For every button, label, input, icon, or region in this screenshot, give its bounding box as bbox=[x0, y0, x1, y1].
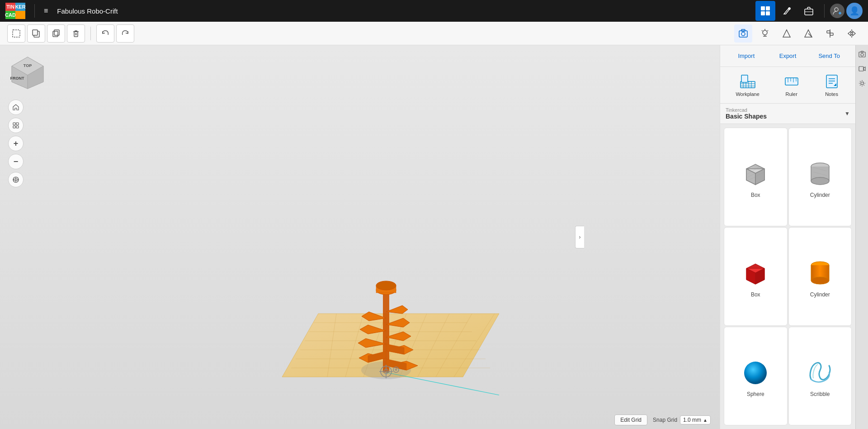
workplane-label: Workplane bbox=[736, 91, 759, 97]
shape-tool-2[interactable] bbox=[799, 24, 817, 43]
ruler-icon bbox=[783, 73, 800, 90]
svg-point-20 bbox=[741, 32, 745, 36]
snap-value-select[interactable]: 1.0 mm ▲ bbox=[680, 415, 711, 424]
far-right-panel bbox=[855, 45, 868, 429]
screenshot-button[interactable] bbox=[857, 49, 868, 60]
settings-button[interactable] bbox=[857, 78, 868, 89]
svg-rect-0 bbox=[761, 6, 765, 10]
ruler-label: Ruler bbox=[786, 91, 797, 97]
logo[interactable]: TIN KER CAD bbox=[5, 3, 25, 19]
scribble-icon bbox=[804, 357, 836, 388]
right-tools: Workplane Ruler bbox=[720, 67, 855, 104]
panel-collapse-button[interactable]: › bbox=[575, 226, 584, 248]
svg-rect-16 bbox=[74, 32, 78, 37]
shape-tool-1[interactable] bbox=[778, 24, 796, 43]
grid-nav-icon[interactable] bbox=[755, 1, 775, 21]
sphere-label: Sphere bbox=[747, 391, 764, 397]
cylinder-wireframe-card[interactable]: Cylinder bbox=[788, 128, 852, 226]
svg-point-78 bbox=[376, 281, 396, 290]
workplane-tool[interactable]: Workplane bbox=[730, 71, 764, 100]
svg-rect-3 bbox=[766, 11, 770, 15]
box-solid-card[interactable]: Box bbox=[724, 227, 788, 326]
toolbar-separator bbox=[90, 27, 91, 40]
box-solid-label: Box bbox=[751, 291, 760, 298]
snap-grid-area: Snap Grid 1.0 mm ▲ bbox=[653, 415, 711, 424]
video-button[interactable] bbox=[857, 63, 868, 74]
notes-icon bbox=[824, 73, 840, 90]
cylinder-wireframe-label: Cylinder bbox=[810, 192, 830, 198]
snap-dropdown-arrow[interactable]: ▲ bbox=[703, 418, 708, 423]
svg-marker-31 bbox=[848, 31, 851, 36]
viewport[interactable]: TOP FRONT + − bbox=[0, 45, 720, 429]
import-button[interactable]: Import bbox=[726, 49, 767, 63]
app-title: Fabulous Robo-Crift bbox=[57, 7, 750, 15]
svg-rect-1 bbox=[766, 6, 770, 10]
align-tool[interactable] bbox=[821, 24, 839, 43]
logo-cad: CAD bbox=[5, 11, 15, 19]
svg-rect-21 bbox=[741, 29, 745, 31]
main-area: TOP FRONT + − bbox=[0, 45, 868, 429]
scribble-card[interactable]: Scribble bbox=[788, 327, 852, 425]
svg-rect-132 bbox=[859, 67, 863, 71]
svg-marker-32 bbox=[853, 31, 855, 36]
cylinder-solid-card[interactable]: Cylinder bbox=[788, 227, 852, 326]
box-wireframe-card[interactable]: Box bbox=[724, 128, 788, 226]
sphere-card[interactable]: Sphere bbox=[724, 327, 788, 425]
svg-point-8 bbox=[835, 8, 838, 11]
logo-blank bbox=[15, 11, 25, 19]
shapes-dropdown-button[interactable]: ▼ bbox=[844, 110, 850, 117]
duplicate-button[interactable] bbox=[47, 24, 65, 43]
tools-nav-icon[interactable] bbox=[777, 1, 797, 21]
sphere-icon bbox=[740, 357, 771, 388]
svg-line-24 bbox=[762, 30, 763, 31]
ruler-tool[interactable]: Ruler bbox=[778, 71, 805, 100]
user-avatar[interactable]: 👤 bbox=[846, 3, 863, 19]
copy-button[interactable] bbox=[27, 24, 45, 43]
undo-button[interactable] bbox=[96, 24, 114, 43]
box-wireframe-label: Box bbox=[751, 192, 760, 198]
svg-point-115 bbox=[811, 177, 829, 185]
svg-rect-15 bbox=[54, 30, 59, 35]
svg-rect-14 bbox=[53, 31, 58, 37]
box-solid-icon bbox=[740, 257, 771, 289]
briefcase-nav-icon[interactable] bbox=[799, 1, 819, 21]
workplane-grid bbox=[246, 277, 517, 404]
export-button[interactable]: Export bbox=[767, 49, 809, 63]
lighting-button[interactable] bbox=[756, 24, 774, 43]
cylinder-wireframe-icon bbox=[804, 157, 836, 189]
toolbar bbox=[0, 22, 868, 45]
edit-grid-button[interactable]: Edit Grid bbox=[614, 415, 647, 425]
logo-tin: TIN bbox=[5, 3, 15, 11]
mirror-tool[interactable] bbox=[843, 24, 861, 43]
view-camera-button[interactable] bbox=[734, 24, 752, 43]
topbar: TIN KER CAD ≡ Fabulous Robo-Crift bbox=[0, 0, 868, 22]
scene-area[interactable] bbox=[0, 45, 720, 429]
snap-value: 1.0 mm bbox=[683, 417, 701, 423]
svg-line-25 bbox=[768, 30, 769, 31]
box-wireframe-icon bbox=[740, 157, 771, 189]
svg-rect-13 bbox=[33, 30, 38, 35]
shapes-selector: Tinkercad Basic Shapes ▼ bbox=[720, 104, 855, 124]
nav-icon-group: 👤 bbox=[755, 1, 863, 21]
toolbar-right bbox=[734, 24, 861, 43]
right-top-actions: Import Export Send To bbox=[720, 45, 855, 67]
add-user-icon[interactable] bbox=[830, 4, 844, 18]
redo-button[interactable] bbox=[116, 24, 134, 43]
svg-point-130 bbox=[861, 53, 863, 56]
svg-marker-133 bbox=[863, 67, 865, 71]
svg-rect-93 bbox=[741, 75, 748, 82]
select-all-button[interactable] bbox=[7, 24, 25, 43]
cylinder-solid-icon bbox=[804, 257, 836, 289]
delete-button[interactable] bbox=[67, 24, 85, 43]
menu-icon[interactable]: ≡ bbox=[44, 7, 48, 15]
notes-tool[interactable]: Notes bbox=[818, 71, 845, 100]
send-to-button[interactable]: Send To bbox=[808, 49, 850, 63]
shapes-name: Basic Shapes bbox=[726, 113, 841, 120]
logo-ker: KER bbox=[15, 3, 25, 11]
shapes-brand: Tinkercad bbox=[726, 107, 841, 113]
notes-label: Notes bbox=[825, 91, 838, 97]
snap-grid-label: Snap Grid bbox=[653, 417, 677, 423]
shapes-grid: Box Cylinder bbox=[720, 124, 855, 429]
workplane-icon bbox=[740, 73, 756, 90]
svg-rect-29 bbox=[830, 33, 833, 35]
